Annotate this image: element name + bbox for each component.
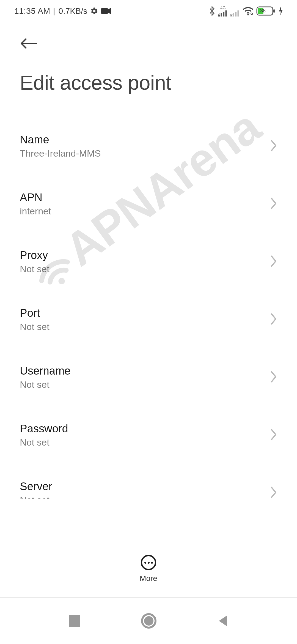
svg-rect-7: [233, 13, 234, 17]
row-value: Three-Ireland-MMS: [20, 148, 101, 159]
network-type-label: 4G: [220, 6, 226, 10]
row-proxy[interactable]: Proxy Not set: [20, 236, 277, 288]
svg-rect-9: [238, 10, 239, 17]
nav-back-button[interactable]: [217, 615, 228, 627]
svg-rect-3: [221, 13, 222, 17]
bluetooth-icon: [208, 6, 216, 16]
status-data-rate: 0.7KB/s: [59, 6, 87, 16]
row-name[interactable]: Name Three-Ireland-MMS: [20, 120, 277, 172]
svg-rect-5: [226, 10, 227, 17]
page-title: Edit access point: [20, 71, 277, 94]
chevron-right-icon: [270, 429, 277, 441]
row-label: Name: [20, 133, 101, 146]
system-nav-bar: [0, 597, 297, 644]
svg-rect-1: [101, 8, 108, 14]
row-value: Not set: [20, 379, 71, 390]
svg-rect-8: [235, 12, 237, 17]
chevron-right-icon: [270, 198, 277, 210]
status-time: 11:35 AM: [14, 6, 50, 16]
row-port[interactable]: Port Not set: [20, 294, 277, 345]
camera-icon: [101, 7, 111, 15]
back-button[interactable]: [20, 33, 42, 55]
battery-indicator: 38: [256, 6, 276, 16]
wifi-status-icon: [243, 7, 254, 15]
row-label: Username: [20, 365, 71, 377]
more-label: More: [140, 574, 157, 583]
row-label: APN: [20, 191, 51, 204]
more-icon: [141, 555, 156, 570]
row-label: Port: [20, 307, 50, 319]
nav-recent-button[interactable]: [69, 615, 80, 627]
status-separator: |: [53, 6, 55, 16]
status-bar: 11:35 AM | 0.7KB/s 4G: [0, 0, 297, 22]
svg-point-10: [247, 14, 249, 15]
nav-home-button[interactable]: [141, 613, 156, 629]
svg-rect-13: [273, 9, 275, 13]
settings-list: Name Three-Ireland-MMS APN internet Prox…: [0, 94, 297, 499]
more-button[interactable]: More: [0, 555, 297, 583]
arrow-left-icon: [20, 38, 37, 50]
row-password[interactable]: Password Not set: [20, 409, 277, 461]
gear-icon: [90, 7, 98, 15]
chevron-right-icon: [270, 487, 277, 499]
row-server[interactable]: Server Not set: [20, 467, 277, 499]
row-value: Not set: [20, 321, 50, 332]
row-label: Password: [20, 422, 68, 435]
svg-rect-4: [223, 12, 224, 17]
chevron-right-icon: [270, 313, 277, 326]
chevron-right-icon: [270, 371, 277, 384]
battery-percent: 38: [260, 8, 266, 14]
charging-icon: [278, 7, 283, 15]
row-value: Not set: [20, 495, 52, 499]
row-value: Not set: [20, 264, 50, 274]
signal-sim1: 4G: [218, 6, 228, 17]
row-apn[interactable]: APN internet: [20, 178, 277, 230]
row-label: Proxy: [20, 249, 50, 261]
row-username[interactable]: Username Not set: [20, 351, 277, 403]
row-value: Not set: [20, 437, 68, 448]
row-label: Server: [20, 480, 52, 493]
chevron-right-icon: [270, 255, 277, 268]
chevron-right-icon: [270, 140, 277, 152]
row-value: internet: [20, 206, 51, 217]
signal-sim2: [230, 6, 240, 17]
